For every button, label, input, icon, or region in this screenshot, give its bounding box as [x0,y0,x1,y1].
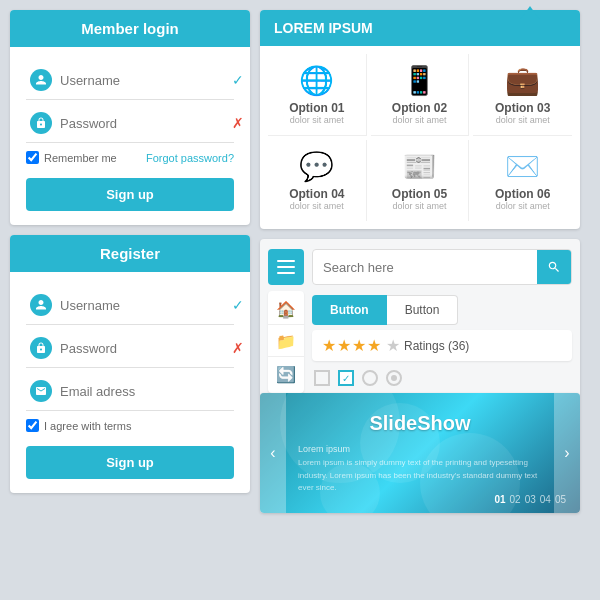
agree-checkbox[interactable] [26,419,39,432]
user-icon [30,69,52,91]
option-01-label: Option 01 [289,101,344,115]
ratings-text: Ratings (36) [404,339,469,353]
slide-text: Lorem ipsumLorem ipsum is simply dummy t… [298,443,542,493]
option-02-sub: dolor sit amet [392,115,446,125]
widgets-top-row [260,239,580,291]
option-04-label: Option 04 [289,187,344,201]
slide-prev-button[interactable]: ‹ [260,393,286,513]
option-05-sub: dolor sit amet [392,201,446,211]
hamburger-button[interactable] [268,249,304,285]
register-header: Register [10,235,250,272]
register-panel: Register ✓ ✗ [10,235,250,493]
mail-icon: ✉️ [505,150,540,183]
email-icon [30,380,52,402]
arrow-decoration [520,6,540,20]
refresh-nav-item[interactable]: 🔄 [268,359,304,389]
button-active[interactable]: Button [312,295,387,325]
option-06-cell[interactable]: ✉️ Option 06 dolor sit amet [473,140,572,221]
option-01-cell[interactable]: 🌐 Option 01 dolor sit amet [268,54,367,136]
reg-username-check-icon: ✓ [232,297,244,313]
reg-lock-icon [30,337,52,359]
globe-icon: 🌐 [299,64,334,97]
reg-email-row [26,372,234,411]
login-password-input[interactable] [60,116,228,131]
reg-password-check-icon: ✗ [232,340,244,356]
slide-dot-2[interactable]: 02 [510,494,521,505]
option-01-sub: dolor sit amet [290,115,344,125]
remember-label: Remember me [44,152,117,164]
slide-title: SlideShow [298,412,542,435]
reg-user-icon [30,294,52,316]
slide-dot-4[interactable]: 04 [540,494,551,505]
login-header: Member login [10,10,250,47]
search-input[interactable] [313,260,537,275]
register-title: Register [100,245,160,262]
folder-nav-item[interactable]: 📁 [268,327,304,357]
options-grid-panel: LOREM IPSUM 🌐 Option 01 dolor sit amet 📱… [260,10,580,229]
option-06-sub: dolor sit amet [496,201,550,211]
username-row: ✓ [26,61,234,100]
register-signup-button[interactable]: Sign up [26,446,234,479]
button-group: Button Button [312,295,572,325]
home-nav-item[interactable]: 🏠 [268,295,304,325]
slide-dot-3[interactable]: 03 [525,494,536,505]
slide-dot-1[interactable]: 01 [494,494,505,505]
grid-title: LOREM IPSUM [274,20,373,36]
option-03-cell[interactable]: 💼 Option 03 dolor sit amet [473,54,572,136]
register-email-input[interactable] [60,384,230,399]
reg-username-row: ✓ [26,286,234,325]
search-bar [312,249,572,285]
option-05-cell[interactable]: 📰 Option 05 dolor sit amet [371,140,470,221]
hamburger-line-3 [277,272,295,274]
phone-icon: 📱 [402,64,437,97]
option-02-label: Option 02 [392,101,447,115]
widgets-panel: 🏠 📁 🔄 Button Button ★★★★★ Ratings (36) [260,239,580,513]
username-check-icon: ✓ [232,72,244,88]
radio-unchecked[interactable] [362,370,378,386]
slide-content: SlideShow Lorem ipsumLorem ipsum is simp… [286,398,554,507]
register-password-input[interactable] [60,341,228,356]
hamburger-line-2 [277,266,295,268]
widgets-right-content: Button Button ★★★★★ Ratings (36) ✓ [312,291,572,393]
briefcase-icon: 💼 [505,64,540,97]
lock-icon [30,112,52,134]
options-grid: 🌐 Option 01 dolor sit amet 📱 Option 02 d… [260,46,580,229]
option-04-sub: dolor sit amet [290,201,344,211]
login-signup-button[interactable]: Sign up [26,178,234,211]
checkbox-unchecked[interactable] [314,370,330,386]
slide-dot-5[interactable]: 05 [555,494,566,505]
password-check-icon: ✗ [232,115,244,131]
search-button[interactable] [537,249,571,285]
remember-row: Remember me Forgot password? [26,151,234,164]
forgot-password-link[interactable]: Forgot password? [146,152,234,164]
checkbox-row: ✓ [312,366,572,390]
radio-checked[interactable] [386,370,402,386]
button-inactive[interactable]: Button [387,295,459,325]
option-06-label: Option 06 [495,187,550,201]
hamburger-line-1 [277,260,295,262]
remember-checkbox[interactable] [26,151,39,164]
ratings-row: ★★★★★ Ratings (36) [312,330,572,361]
option-05-label: Option 05 [392,187,447,201]
agree-row: I agree with terms [26,419,234,432]
agree-label: I agree with terms [44,420,131,432]
star-empty: ★ [386,336,400,355]
register-username-input[interactable] [60,298,228,313]
option-03-label: Option 03 [495,101,550,115]
widgets-main-row: 🏠 📁 🔄 Button Button ★★★★★ Ratings (36) [260,291,580,393]
password-row: ✗ [26,104,234,143]
slideshow: ‹ SlideShow Lorem ipsumLorem ipsum is si… [260,393,580,513]
login-username-input[interactable] [60,73,228,88]
slide-dots: 01 02 03 04 05 [494,494,566,505]
news-icon: 📰 [402,150,437,183]
side-nav: 🏠 📁 🔄 [268,291,304,393]
stars-filled: ★★★★ [322,336,382,355]
reg-password-row: ✗ [26,329,234,368]
option-03-sub: dolor sit amet [496,115,550,125]
checkbox-checked[interactable]: ✓ [338,370,354,386]
login-panel: Member login ✓ ✗ [10,10,250,225]
login-title: Member login [81,20,179,37]
option-04-cell[interactable]: 💬 Option 04 dolor sit amet [268,140,367,221]
option-02-cell[interactable]: 📱 Option 02 dolor sit amet [371,54,470,136]
chat-icon: 💬 [299,150,334,183]
